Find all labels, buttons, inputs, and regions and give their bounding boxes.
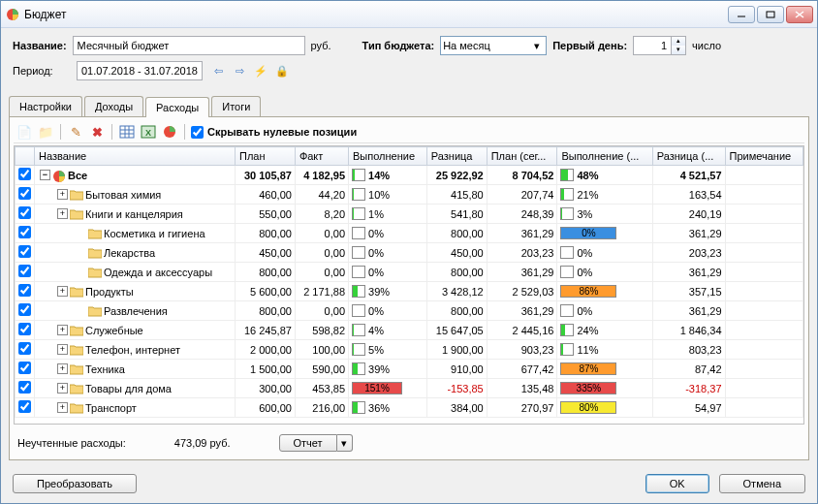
folder-icon	[70, 286, 83, 298]
cancel-button[interactable]: Отмена	[719, 474, 805, 493]
table-row[interactable]: +Товары для дома300,00453,85151%-153,851…	[16, 379, 803, 398]
folder-icon	[88, 267, 102, 278]
table-row[interactable]: +Книги и канцелярия550,008,201%541,80248…	[16, 205, 803, 224]
budget-type-value: На месяц	[443, 40, 490, 51]
row-checkbox[interactable]	[18, 362, 31, 374]
row-checkbox[interactable]	[18, 226, 31, 238]
new-icon[interactable]: 📄	[16, 123, 33, 141]
excel-icon[interactable]: X	[140, 123, 157, 141]
window-title: Бюджет	[24, 8, 728, 21]
row-checkbox[interactable]	[18, 342, 31, 355]
table-row[interactable]: Одежда и аксессуары800,000,000%800,00361…	[16, 263, 803, 282]
row-checkbox[interactable]	[18, 245, 31, 258]
titlebar: Бюджет	[1, 1, 817, 28]
row-name: Косметика и гигиена	[104, 228, 205, 239]
collapse-icon[interactable]: −	[40, 170, 50, 180]
col-header[interactable]: Выполнение (...	[557, 147, 652, 166]
row-name: Служебные	[85, 325, 143, 336]
row-checkbox[interactable]	[18, 284, 31, 297]
row-checkbox[interactable]	[18, 381, 31, 394]
col-header[interactable]: Разница	[426, 147, 487, 166]
edit-icon[interactable]: ✎	[67, 123, 84, 141]
expand-icon[interactable]: +	[57, 189, 68, 200]
table-row[interactable]: +Продукты5 600,002 171,8839%3 428,122 52…	[16, 282, 803, 301]
folder-icon[interactable]: 📁	[37, 123, 54, 141]
budget-grid[interactable]: НазваниеПланФактВыполнениеРазницаПлан (с…	[14, 145, 804, 425]
row-checkbox[interactable]	[18, 265, 31, 277]
row-checkbox[interactable]	[18, 303, 31, 316]
firstday-input[interactable]	[633, 36, 672, 55]
col-header[interactable]: Факт	[295, 147, 348, 166]
row-name: Развлечения	[104, 305, 168, 317]
budget-window: Бюджет Название: руб. Тип бюджета: На ме…	[0, 0, 818, 504]
col-header[interactable]: Выполнение	[349, 147, 427, 166]
tab-расходы[interactable]: Расходы	[145, 97, 209, 117]
col-header[interactable]: План	[236, 147, 296, 166]
row-name: Телефон, интернет	[85, 344, 180, 356]
expand-icon[interactable]: +	[57, 383, 68, 394]
folder-icon	[88, 228, 102, 239]
spin-down-icon[interactable]: ▾	[672, 46, 685, 54]
dialog-buttons: Преобразовать OK Отмена	[1, 468, 817, 503]
row-name: Одежда и аксессуары	[104, 267, 212, 278]
hide-zero-input[interactable]	[191, 126, 204, 139]
chart-icon[interactable]	[161, 123, 178, 141]
svg-rect-5	[120, 126, 134, 138]
col-header[interactable]: Название	[35, 147, 236, 166]
lightning-icon[interactable]: ⚡	[253, 63, 268, 79]
table-row[interactable]: +Техника1 500,00590,0039%910,00677,4287%…	[16, 360, 803, 379]
period-input[interactable]	[77, 61, 203, 80]
currency-label: руб.	[311, 40, 331, 51]
maximize-button[interactable]	[757, 6, 784, 23]
close-button[interactable]	[786, 6, 813, 23]
row-checkbox[interactable]	[18, 187, 31, 200]
row-checkbox[interactable]	[18, 400, 31, 413]
table-row[interactable]: +Служебные16 245,87598,824%15 647,052 44…	[16, 321, 803, 340]
expand-icon[interactable]: +	[57, 344, 68, 355]
table-row[interactable]: −Все30 105,874 182,9514%25 922,928 704,5…	[16, 166, 803, 185]
col-header[interactable]: Примечание	[725, 147, 802, 166]
next-period-icon[interactable]: ⇨	[232, 63, 247, 79]
tab-итоги[interactable]: Итоги	[211, 96, 261, 116]
tab-настройки[interactable]: Настройки	[9, 96, 82, 116]
firstday-label: Первый день:	[552, 40, 627, 51]
table-row[interactable]: Лекарства450,000,000%450,00203,230%203,2…	[16, 243, 803, 263]
transform-button[interactable]: Преобразовать	[13, 474, 137, 493]
name-input[interactable]	[73, 36, 305, 55]
expand-icon[interactable]: +	[57, 325, 68, 335]
table-icon[interactable]	[118, 123, 136, 141]
firstday-spinner[interactable]: ▴▾	[633, 36, 686, 55]
row-checkbox[interactable]	[18, 206, 31, 219]
prev-period-icon[interactable]: ⇦	[210, 63, 226, 79]
row-checkbox[interactable]	[18, 168, 31, 180]
col-header[interactable]: Разница (...	[652, 147, 725, 166]
folder-icon	[70, 363, 83, 375]
table-row[interactable]: Косметика и гигиена800,000,000%800,00361…	[16, 224, 803, 243]
table-row[interactable]: Развлечения800,000,000%800,00361,290%361…	[16, 301, 803, 321]
col-header[interactable]: План (сег...	[487, 147, 557, 166]
table-row[interactable]: +Телефон, интернет2 000,00100,005%1 900,…	[16, 340, 803, 360]
report-dropdown-icon[interactable]: ▾	[337, 434, 353, 452]
folder-icon	[88, 305, 102, 317]
report-button[interactable]: Отчет	[279, 434, 337, 452]
row-name: Книги и канцелярия	[85, 208, 183, 220]
form-area: Название: руб. Тип бюджета: На месяц ▾ П…	[1, 28, 817, 90]
row-checkbox[interactable]	[18, 323, 31, 335]
lock-icon[interactable]: 🔒	[274, 63, 290, 79]
budget-type-select[interactable]: На месяц ▾	[440, 36, 547, 55]
ok-button[interactable]: OK	[645, 474, 709, 493]
spin-up-icon[interactable]: ▴	[672, 37, 685, 46]
period-label: Период:	[13, 65, 69, 77]
expand-icon[interactable]: +	[57, 402, 68, 413]
expand-icon[interactable]: +	[57, 208, 68, 219]
table-row[interactable]: +Транспорт600,00216,0036%384,00270,9780%…	[16, 398, 803, 418]
expand-icon[interactable]: +	[57, 363, 68, 374]
table-row[interactable]: +Бытовая химия460,0044,2010%415,80207,74…	[16, 185, 803, 205]
tab-доходы[interactable]: Доходы	[84, 96, 143, 116]
minimize-button[interactable]	[728, 6, 755, 23]
hide-zero-checkbox[interactable]: Скрывать нулевые позиции	[191, 126, 357, 139]
expand-icon[interactable]: +	[57, 286, 68, 297]
name-label: Название:	[13, 40, 67, 51]
col-check	[16, 147, 35, 166]
delete-icon[interactable]: ✖	[88, 123, 106, 141]
